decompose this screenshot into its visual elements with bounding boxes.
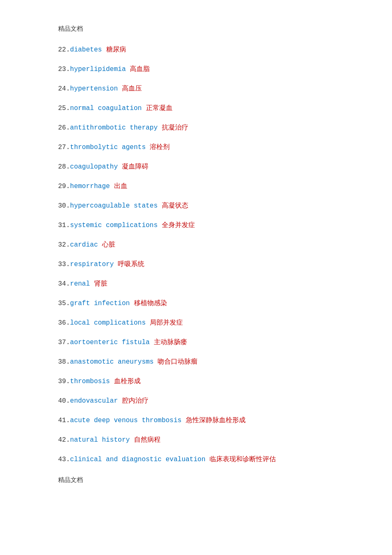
term-chinese: 心脏 [102, 240, 115, 249]
list-item: 24.hypertension 高血压 [58, 83, 334, 94]
term-chinese: 移植物感染 [134, 298, 167, 308]
header-label: 精品文档 [58, 25, 334, 33]
term-number: 29. [58, 181, 70, 191]
term-english: thrombosis [70, 377, 110, 386]
list-item: 42.natural history 自然病程 [58, 435, 334, 445]
term-chinese: 局部并发症 [150, 318, 183, 328]
term-chinese: 临床表现和诊断性评估 [209, 454, 276, 464]
term-number: 34. [58, 279, 70, 289]
list-item: 41.acute deep venous thrombosis 急性深静脉血栓形… [58, 415, 334, 425]
term-english: cardiac [70, 240, 98, 250]
list-item: 40.endovascular 腔内治疗 [58, 396, 334, 406]
term-number: 38. [58, 357, 70, 367]
term-chinese: 主动脉肠瘘 [154, 337, 187, 347]
term-english: coagulopathy [70, 162, 118, 172]
term-english: renal [70, 279, 90, 289]
list-item: 43.clinical and diagnostic evaluation 临床… [58, 454, 334, 465]
term-number: 37. [58, 337, 70, 347]
term-list: 22.diabetes 糖尿病23.hyperlipidemia 高血脂24.h… [58, 44, 334, 465]
list-item: 38.anastomotic aneurysms 吻合口动脉瘤 [58, 357, 334, 367]
term-english: aortoenteric fistula [70, 337, 150, 347]
term-chinese: 糖尿病 [106, 44, 126, 54]
term-english: natural history [70, 435, 130, 445]
term-chinese: 肾脏 [94, 279, 107, 289]
list-item: 30.hypercoagulable states 高凝状态 [58, 200, 334, 211]
list-item: 22.diabetes 糖尿病 [58, 44, 334, 55]
term-chinese: 血栓形成 [114, 376, 141, 386]
term-english: local complications [70, 318, 146, 328]
term-english: hypercoagulable states [70, 201, 158, 211]
term-number: 23. [58, 64, 70, 74]
list-item: 28.coagulopathy 凝血障碍 [58, 161, 334, 172]
list-item: 32.cardiac 心脏 [58, 240, 334, 250]
list-item: 26.antithrombotic therapy 抗凝治疗 [58, 122, 334, 133]
term-english: antithrombotic therapy [70, 123, 158, 133]
term-number: 30. [58, 201, 70, 211]
term-english: normal coagulation [70, 103, 142, 113]
term-number: 28. [58, 162, 70, 172]
term-chinese: 腔内治疗 [122, 396, 149, 406]
term-chinese: 高血脂 [130, 64, 150, 74]
term-number: 40. [58, 396, 70, 406]
term-english: thrombolytic agents [70, 142, 146, 152]
term-english: acute deep venous thrombosis [70, 416, 182, 425]
footer-label: 精品文档 [58, 476, 334, 484]
term-number: 39. [58, 377, 70, 386]
list-item: 27.thrombolytic agents 溶栓剂 [58, 142, 334, 152]
term-english: clinical and diagnostic evaluation [70, 455, 205, 465]
term-english: diabetes [70, 45, 102, 55]
term-number: 36. [58, 318, 70, 328]
term-number: 27. [58, 142, 70, 152]
term-english: anastomotic aneurysms [70, 357, 154, 367]
term-number: 22. [58, 45, 70, 55]
term-english: graft infection [70, 298, 130, 308]
term-chinese: 呼吸系统 [118, 259, 144, 269]
term-chinese: 吻合口动脉瘤 [158, 357, 197, 367]
list-item: 31.systemic complications 全身并发症 [58, 220, 334, 230]
term-english: systemic complications [70, 220, 158, 230]
term-number: 41. [58, 416, 70, 425]
term-number: 43. [58, 455, 70, 465]
term-number: 26. [58, 123, 70, 133]
term-chinese: 急性深静脉血栓形成 [186, 415, 246, 425]
term-english: hyperlipidemia [70, 64, 126, 74]
list-item: 25.normal coagulation 正常凝血 [58, 103, 334, 113]
term-english: hemorrhage [70, 181, 110, 191]
list-item: 33.respiratory 呼吸系统 [58, 259, 334, 269]
term-number: 25. [58, 103, 70, 113]
term-chinese: 全身并发症 [162, 220, 195, 230]
list-item: 36.local complications 局部并发症 [58, 318, 334, 328]
term-number: 33. [58, 259, 70, 269]
list-item: 29.hemorrhage 出血 [58, 181, 334, 191]
term-chinese: 凝血障碍 [122, 161, 149, 171]
term-english: endovascular [70, 396, 118, 406]
term-chinese: 出血 [114, 181, 127, 191]
term-chinese: 正常凝血 [146, 103, 173, 113]
list-item: 34.renal 肾脏 [58, 279, 334, 289]
term-chinese: 高凝状态 [162, 200, 188, 210]
term-english: hypertension [70, 84, 118, 94]
term-number: 42. [58, 435, 70, 445]
term-chinese: 抗凝治疗 [162, 122, 188, 132]
term-number: 35. [58, 298, 70, 308]
term-english: respiratory [70, 259, 114, 269]
list-item: 23.hyperlipidemia 高血脂 [58, 64, 334, 74]
term-chinese: 高血压 [122, 83, 142, 93]
term-number: 24. [58, 84, 70, 94]
list-item: 35.graft infection 移植物感染 [58, 298, 334, 308]
list-item: 37.aortoenteric fistula 主动脉肠瘘 [58, 337, 334, 347]
term-number: 32. [58, 240, 70, 250]
term-number: 31. [58, 220, 70, 230]
list-item: 39.thrombosis 血栓形成 [58, 376, 334, 386]
term-chinese: 溶栓剂 [150, 142, 170, 152]
term-chinese: 自然病程 [134, 435, 161, 445]
